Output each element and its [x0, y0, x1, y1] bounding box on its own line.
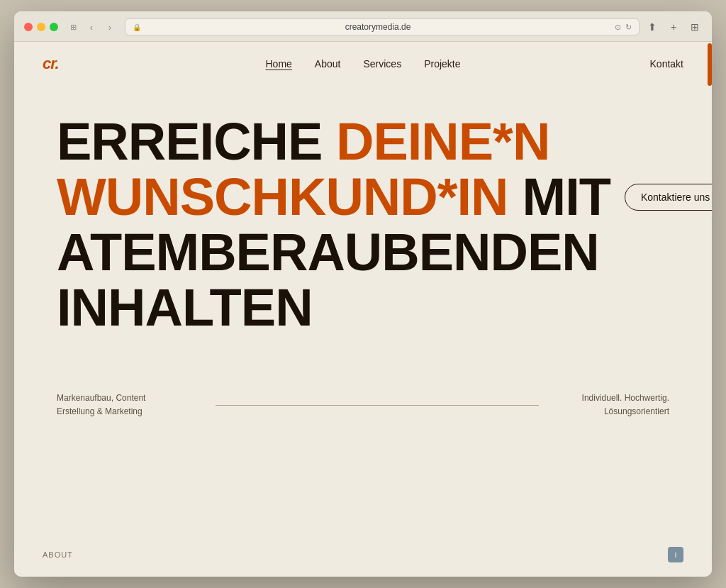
lock-icon: 🔒: [133, 23, 141, 31]
address-bar[interactable]: 🔒 creatorymedia.de ⊙ ↻: [125, 18, 640, 35]
website-content: cr. Home About Services Projekte Kontakt…: [14, 42, 712, 576]
sub-right-text: Individuell. Hochwertig. Lösungsorientie…: [556, 392, 669, 418]
nav-link-projekte[interactable]: Projekte: [424, 58, 460, 70]
sub-right-line2: Lösungsorientiert: [556, 405, 669, 418]
nav-link-about[interactable]: About: [315, 58, 341, 70]
sub-left-line1: Markenaufbau, Content: [57, 392, 199, 405]
back-button[interactable]: ‹: [85, 21, 98, 33]
new-tab-button[interactable]: +: [666, 20, 681, 34]
hero-line-3: ATEMBERAUBENDEN INHALTEN: [57, 225, 669, 335]
hero-headline: ERREICHE DEINE*N WUNSCHKUND*IN MIT Konta…: [57, 114, 669, 335]
footer-icon: i: [668, 547, 683, 562]
site-logo[interactable]: cr.: [43, 55, 59, 73]
hero-deinen: DEINE*N: [336, 112, 549, 171]
sub-info-row: Markenaufbau, Content Erstellung & Marke…: [14, 392, 712, 418]
share-button[interactable]: ⬆: [645, 20, 659, 34]
nav-link-services[interactable]: Services: [363, 58, 401, 70]
site-footer: ABOUT i: [14, 533, 712, 577]
scrollbar-accent[interactable]: [708, 43, 712, 86]
site-nav: cr. Home About Services Projekte Kontakt: [14, 42, 712, 86]
extensions-button[interactable]: ⊞: [688, 20, 702, 34]
browser-chrome: ⊞ ‹ › 🔒 creatorymedia.de ⊙ ↻ ⬆ + ⊞: [14, 11, 712, 42]
traffic-lights: [24, 23, 58, 31]
sub-left-text: Markenaufbau, Content Erstellung & Marke…: [57, 392, 199, 418]
nav-links: Home About Services Projekte: [266, 58, 461, 70]
hero-section: ERREICHE DEINE*N WUNSCHKUND*IN MIT Konta…: [14, 86, 712, 370]
address-actions: ⊙ ↻: [615, 23, 632, 32]
cta-bubble-button[interactable]: Kontaktiere uns: [625, 184, 712, 211]
hero-wunschkundin: WUNSCHKUND*IN: [57, 170, 508, 225]
browser-toolbar-right: ⬆ + ⊞: [645, 20, 702, 34]
fullscreen-button[interactable]: [50, 23, 58, 31]
close-button[interactable]: [24, 23, 33, 31]
address-bar-row: 🔒 creatorymedia.de ⊙ ↻ ⬆ + ⊞: [125, 18, 702, 35]
sub-left-line2: Erstellung & Marketing: [57, 405, 199, 418]
hero-erreiche: ERREICHE: [57, 112, 322, 171]
browser-nav: ⊞ ‹ ›: [67, 21, 116, 33]
browser-titlebar: ⊞ ‹ › 🔒 creatorymedia.de ⊙ ↻ ⬆ + ⊞: [24, 18, 702, 35]
window-icon: ⊞: [67, 21, 79, 33]
footer-about-label[interactable]: ABOUT: [43, 550, 73, 559]
nav-link-kontakt[interactable]: Kontakt: [650, 58, 683, 70]
refresh-icon: ↻: [625, 23, 632, 32]
hero-mit: MIT: [523, 170, 610, 225]
hero-atemberaubenden: ATEMBERAUBENDEN INHALTEN: [57, 223, 599, 337]
reader-icon: ⊙: [615, 23, 621, 32]
forward-button[interactable]: ›: [104, 21, 116, 33]
minimize-button[interactable]: [37, 23, 45, 31]
hero-line-2: WUNSCHKUND*IN MIT Kontaktiere uns: [57, 170, 669, 225]
hero-line-1: ERREICHE DEINE*N: [57, 114, 669, 170]
sub-divider: [216, 405, 539, 406]
url-text: creatorymedia.de: [145, 22, 610, 32]
nav-link-home[interactable]: Home: [266, 58, 292, 70]
sub-right-line1: Individuell. Hochwertig.: [556, 392, 669, 405]
browser-window: ⊞ ‹ › 🔒 creatorymedia.de ⊙ ↻ ⬆ + ⊞: [14, 11, 712, 576]
